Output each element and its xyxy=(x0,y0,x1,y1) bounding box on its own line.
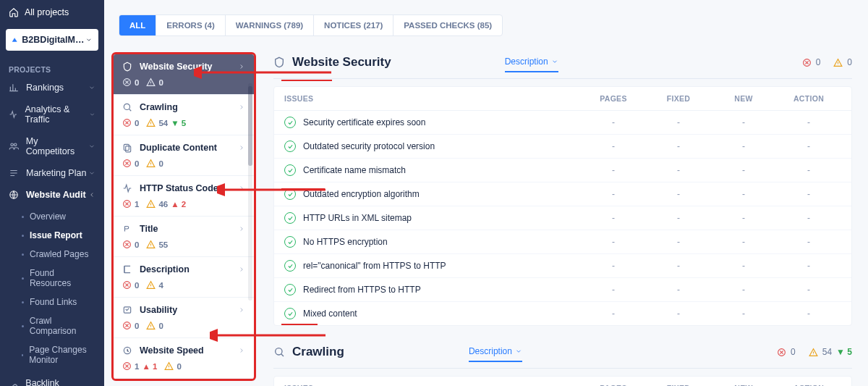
issue-row[interactable]: No HTTPS encryption - - - - xyxy=(274,230,851,254)
check-ok-icon xyxy=(284,308,296,319)
warning-icon xyxy=(146,199,156,209)
issue-row[interactable]: HTTP URLs in XML sitemap - - - - xyxy=(274,206,851,230)
description-toggle[interactable]: Description xyxy=(469,342,522,362)
warning-count: 46 xyxy=(158,200,168,209)
project-selector[interactable]: B2BDigitalMarketers.… xyxy=(6,29,98,51)
warning-count: 0 xyxy=(847,57,852,67)
pulse-icon xyxy=(122,183,132,193)
cell-new: - xyxy=(711,189,776,199)
cell-fixed: - xyxy=(646,165,711,175)
category-item[interactable]: Website Speed 1 ▲ 1 0 xyxy=(114,338,254,379)
cell-action: - xyxy=(776,237,841,247)
cell-pages: - xyxy=(581,261,646,271)
warning-icon xyxy=(146,118,156,127)
cell-fixed: - xyxy=(646,285,711,295)
cell-action: - xyxy=(776,285,841,295)
cell-fixed: - xyxy=(646,213,711,223)
warning-icon xyxy=(146,280,156,290)
category-item[interactable]: Usability 0 0 xyxy=(114,298,254,338)
cell-action: - xyxy=(776,165,841,175)
sidebar-item-marketing-plan[interactable]: Marketing Plan xyxy=(0,162,104,184)
cell-pages: - xyxy=(581,141,646,151)
section-title: Crawling xyxy=(292,345,344,359)
section-counts: 0 0 xyxy=(802,57,852,67)
error-icon xyxy=(122,361,132,371)
issue-name: Certificate name mismatch xyxy=(303,165,406,175)
tab-warnings[interactable]: WARNINGS (789) xyxy=(226,15,314,35)
cell-new: - xyxy=(711,141,776,151)
cell-new: - xyxy=(711,165,776,175)
issue-row[interactable]: Security certificate expires soon - - - … xyxy=(274,111,851,135)
subnav-issue-report[interactable]: Issue Report xyxy=(0,226,104,245)
warning-icon xyxy=(146,321,156,330)
issue-row[interactable]: Outdated security protocol version - - -… xyxy=(274,135,851,159)
cell-new: - xyxy=(711,285,776,295)
sidebar-item-website-audit[interactable]: Website Audit xyxy=(0,184,104,206)
check-ok-icon xyxy=(284,188,296,200)
cell-action: - xyxy=(776,117,841,127)
subnav-found-resources[interactable]: Found Resources xyxy=(0,264,104,293)
subnav-crawl-comparison[interactable]: Crawl Comparison xyxy=(0,311,104,340)
tab-all[interactable]: ALL xyxy=(119,15,156,35)
scrollbar[interactable] xyxy=(248,83,252,301)
subnav-overview[interactable]: Overview xyxy=(0,207,104,226)
cell-action: - xyxy=(776,141,841,151)
category-name: Website Security xyxy=(140,62,213,72)
error-icon xyxy=(122,159,132,168)
globe-icon xyxy=(9,190,19,200)
subnav-crawled-pages[interactable]: Crawled Pages xyxy=(0,245,104,264)
cell-fixed: - xyxy=(646,117,711,127)
nav-all-projects[interactable]: All projects xyxy=(0,0,104,25)
issue-row[interactable]: Certificate name mismatch - - - - xyxy=(274,159,851,182)
checkbox-icon xyxy=(122,305,132,315)
category-item[interactable]: Title 0 55 xyxy=(114,217,254,257)
col-issues: ISSUES xyxy=(284,94,581,103)
subnav-found-links[interactable]: Found Links xyxy=(0,293,104,311)
chevron-down-icon xyxy=(89,111,95,118)
nav-all-projects-label: All projects xyxy=(25,7,69,17)
sidebar-item-backlink-monitor[interactable]: Backlink Monitor xyxy=(0,372,104,386)
cell-pages: - xyxy=(581,237,646,247)
error-icon xyxy=(122,77,132,87)
section-icon xyxy=(273,56,285,68)
list-icon xyxy=(9,168,19,178)
category-item[interactable]: Description 0 4 xyxy=(114,257,254,298)
issue-name: rel="canonical" from HTTPS to HTTP xyxy=(303,261,446,271)
speed-icon xyxy=(122,345,132,356)
tab-notices[interactable]: NOTICES (217) xyxy=(314,15,393,35)
tab-errors[interactable]: ERRORS (4) xyxy=(156,15,225,35)
issue-row[interactable]: Mixed content - - - - xyxy=(274,302,851,325)
svg-rect-6 xyxy=(124,144,129,150)
chevron-right-icon xyxy=(238,266,245,273)
search-icon xyxy=(122,102,132,112)
project-name: B2BDigitalMarketers.… xyxy=(22,35,85,45)
issue-name: Outdated encryption algorithm xyxy=(303,189,420,199)
category-item[interactable]: HTTP Status Code 1 46 ▲ 2 xyxy=(114,176,254,217)
warning-icon xyxy=(146,77,156,87)
category-item[interactable]: Website Security 0 0 xyxy=(114,54,254,95)
warning-icon xyxy=(146,240,156,249)
warning-count: 4 xyxy=(158,281,163,290)
description-toggle[interactable]: Description xyxy=(505,52,558,72)
tab-passed-checks[interactable]: PASSED CHECKS (85) xyxy=(393,15,502,35)
error-icon xyxy=(122,199,132,209)
sidebar-item-analytics[interactable]: Analytics & Traffic xyxy=(0,98,104,130)
error-count: 0 xyxy=(135,281,139,290)
cell-pages: - xyxy=(581,117,646,127)
issue-row[interactable]: Redirect from HTTPS to HTTP - - - - xyxy=(274,278,851,302)
chevron-down-icon xyxy=(551,58,558,65)
sidebar-subnav-audit: Overview Issue Report Crawled Pages Foun… xyxy=(0,206,104,372)
section-counts: 0 54 ▼ 5 xyxy=(777,347,852,357)
sidebar-item-rankings[interactable]: Rankings xyxy=(0,77,104,98)
sidebar-item-competitors[interactable]: My Competitors xyxy=(0,130,104,162)
error-count: 0 xyxy=(791,347,796,357)
chevron-down-icon xyxy=(88,84,95,91)
sidebar-item-label: Analytics & Traffic xyxy=(25,104,89,125)
category-item[interactable]: Crawling 0 54 ▼ 5 xyxy=(114,95,254,135)
issue-row[interactable]: rel="canonical" from HTTPS to HTTP - - -… xyxy=(274,254,851,278)
issues-table: ISSUES PAGES FIXED NEW ACTION XML sitema… xyxy=(273,376,852,386)
issue-row[interactable]: Outdated encryption algorithm - - - - xyxy=(274,182,851,206)
subnav-page-changes-monitor[interactable]: Page Changes Monitor xyxy=(0,340,104,369)
category-item[interactable]: Duplicate Content 0 0 xyxy=(114,135,254,176)
warning-count: 0 xyxy=(176,362,181,371)
